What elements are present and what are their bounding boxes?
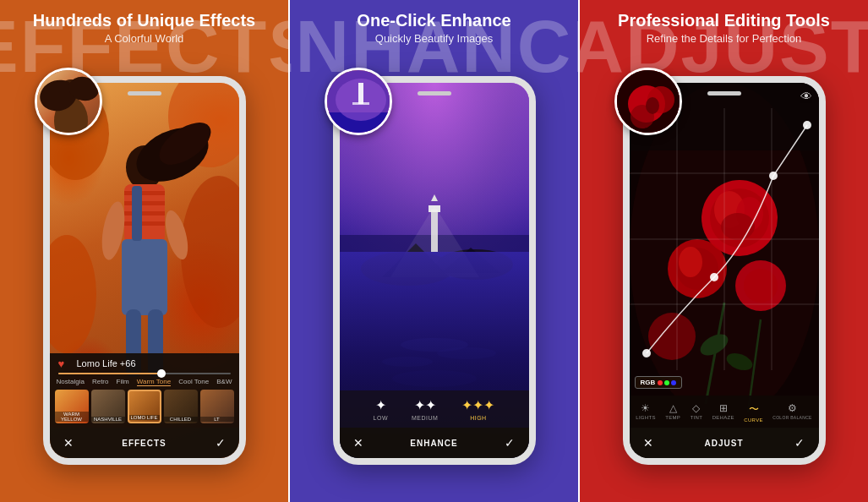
eye-icon[interactable]: 👁 — [800, 90, 812, 103]
filter-thumb-label-2: NASHVILLE — [91, 417, 125, 422]
filter-tabs: Nostalgia Retro Film Warm Tone Cool Tone… — [53, 378, 236, 390]
filter-thumb-label-3: LOMO LIFE — [129, 415, 160, 420]
enhance-high[interactable]: ✦✦✦ HIGH — [461, 397, 494, 421]
effects-check-icon[interactable]: ✓ — [216, 436, 226, 450]
enhance-bottom-bar: ✕ ENHANCE ✓ — [340, 428, 529, 458]
filter-slider[interactable] — [53, 373, 236, 378]
tint-label: TINT — [691, 415, 703, 420]
adjust-tools: ☀ LIGHTS △ TEMP ◇ TINT ⊞ — [630, 399, 819, 424]
adjust-bottom-bar: ✕ ADJUST ✓ — [630, 428, 819, 458]
svg-point-74 — [803, 121, 811, 129]
filter-tab-nostalgia[interactable]: Nostalgia — [57, 378, 85, 386]
enhance-close-icon[interactable]: ✕ — [353, 436, 363, 450]
enhance-subtitle: Quickly Beautify Images — [357, 32, 510, 45]
rgb-label: RGB — [641, 379, 656, 386]
filter-tab-cool[interactable]: Cool Tone — [178, 378, 209, 386]
phone-speaker-3 — [707, 91, 741, 95]
enhance-phone: ✦ LOW ✦✦ MEDIUM ✦✦✦ HIGH — [333, 76, 536, 465]
filter-name: Lomo Life +66 — [77, 358, 136, 368]
filter-tab-film[interactable]: Film — [117, 378, 129, 386]
dehaze-label: DEHAZE — [712, 415, 734, 420]
svg-point-7 — [50, 235, 96, 353]
enhance-bottom: ✦ LOW ✦✦ MEDIUM ✦✦✦ HIGH — [340, 390, 529, 428]
effects-phone: ♥ Lomo Life +66 Nostalgia Retro — [43, 76, 246, 465]
enhance-check-icon[interactable]: ✓ — [505, 436, 515, 450]
svg-rect-15 — [124, 221, 165, 226]
filter-thumb-4[interactable]: CHILLED — [164, 390, 198, 423]
lights-icon: ☀ — [641, 402, 650, 414]
rgb-badge[interactable]: RGB — [635, 376, 683, 389]
enhance-panel: ENHANCE One-Click Enhance Quickly Beauti… — [290, 0, 578, 502]
svg-rect-17 — [132, 186, 142, 241]
effects-circle-thumb — [35, 68, 102, 135]
lights-label: LIGHTS — [636, 415, 655, 420]
filter-bar: ♥ Lomo Life +66 Nostalgia Retro — [50, 353, 239, 428]
svg-rect-14 — [124, 211, 165, 216]
filter-thumb-label-4: CHILLED — [164, 417, 198, 422]
effects-title: Hundreds of Unique Effects A Colorful Wo… — [33, 0, 255, 45]
adjust-panel: ADJUST Professional Editing Tools Refine… — [580, 0, 868, 502]
adjust-title: Professional Editing Tools Refine the De… — [618, 0, 830, 45]
adjust-thumb-bg — [617, 70, 680, 135]
colorbalance-icon: ⚙ — [788, 402, 797, 414]
enhance-low-icon: ✦ — [375, 397, 386, 413]
adjust-subtitle: Refine the Details for Perfection — [618, 32, 830, 45]
rgb-dots — [658, 380, 676, 385]
adjust-close-icon[interactable]: ✕ — [643, 436, 653, 450]
filter-tab-retro[interactable]: Retro — [92, 378, 109, 386]
enhance-medium-label: MEDIUM — [412, 415, 438, 421]
adjust-label: ADJUST — [704, 439, 743, 448]
adjust-tool-lights[interactable]: ☀ LIGHTS — [636, 402, 655, 423]
curve-label: CURVE — [744, 417, 762, 423]
effects-phone-screen: ♥ Lomo Life +66 Nostalgia Retro — [50, 83, 239, 458]
effects-thumb-bg — [37, 70, 100, 133]
effects-panel: EFFECTS Hundreds of Unique Effects A Col… — [0, 0, 288, 502]
adjust-bottom: ☀ LIGHTS △ TEMP ◇ TINT ⊞ — [630, 396, 819, 428]
filter-thumb-5[interactable]: LT — [200, 390, 234, 423]
rgb-dot-green — [664, 380, 669, 385]
curve-grid — [630, 108, 819, 390]
adjust-heading: Professional Editing Tools — [618, 10, 830, 30]
dehaze-icon: ⊞ — [719, 402, 728, 414]
heart-icon: ♥ — [58, 357, 72, 369]
adjust-circle-thumb — [614, 68, 682, 135]
svg-point-73 — [769, 172, 778, 180]
enhance-phone-screen: ✦ LOW ✦✦ MEDIUM ✦✦✦ HIGH — [340, 83, 529, 458]
filter-thumb-2[interactable]: NASHVILLE — [91, 390, 125, 423]
tint-icon: ◇ — [692, 402, 700, 414]
enhance-low[interactable]: ✦ LOW — [374, 397, 388, 421]
adjust-phone-screen: 👁 RGB ☀ — [630, 83, 819, 458]
filter-tab-warm[interactable]: Warm Tone — [137, 378, 171, 386]
adjust-tool-curve[interactable]: 〜 CURVE — [744, 402, 762, 423]
effects-subtitle: A Colorful World — [33, 32, 255, 45]
temp-label: TEMP — [665, 415, 680, 420]
svg-rect-26 — [352, 102, 369, 105]
adjust-tool-temp[interactable]: △ TEMP — [665, 402, 680, 423]
filter-thumbs: WARM YELLOW NASHVILLE LOMO LIFE CHILLED — [53, 390, 236, 425]
enhance-label: ENHANCE — [410, 439, 457, 448]
curve-icon: 〜 — [749, 402, 759, 417]
enhance-circle-thumb — [325, 68, 392, 135]
filter-thumb-3[interactable]: LOMO LIFE — [128, 390, 161, 423]
effects-close-icon[interactable]: ✕ — [63, 436, 74, 450]
filter-thumb-label-5: LT — [200, 417, 234, 422]
svg-rect-13 — [124, 201, 165, 205]
adjust-phone: 👁 RGB ☀ — [623, 76, 826, 465]
enhance-icons: ✦ LOW ✦✦ MEDIUM ✦✦✦ HIGH — [340, 397, 529, 424]
phone-speaker-1 — [128, 91, 161, 95]
enhance-medium[interactable]: ✦✦ MEDIUM — [412, 397, 438, 421]
svg-point-6 — [181, 176, 239, 328]
colorbalance-label: COLOR BALANCE — [772, 415, 811, 420]
filter-name-row: ♥ Lomo Life +66 — [53, 357, 236, 373]
adjust-tool-dehaze[interactable]: ⊞ DEHAZE — [712, 402, 734, 423]
svg-point-72 — [710, 273, 718, 281]
adjust-tool-colorbalance[interactable]: ⚙ COLOR BALANCE — [772, 402, 811, 423]
filter-thumb-label-1: WARM YELLOW — [55, 412, 89, 422]
enhance-high-label: HIGH — [470, 415, 487, 421]
enhance-low-label: LOW — [374, 415, 388, 421]
svg-point-46 — [646, 97, 659, 114]
filter-thumb-1[interactable]: WARM YELLOW — [55, 390, 89, 423]
adjust-tool-tint[interactable]: ◇ TINT — [691, 402, 703, 423]
filter-tab-bw[interactable]: B&W — [216, 378, 232, 386]
adjust-check-icon[interactable]: ✓ — [794, 436, 805, 450]
